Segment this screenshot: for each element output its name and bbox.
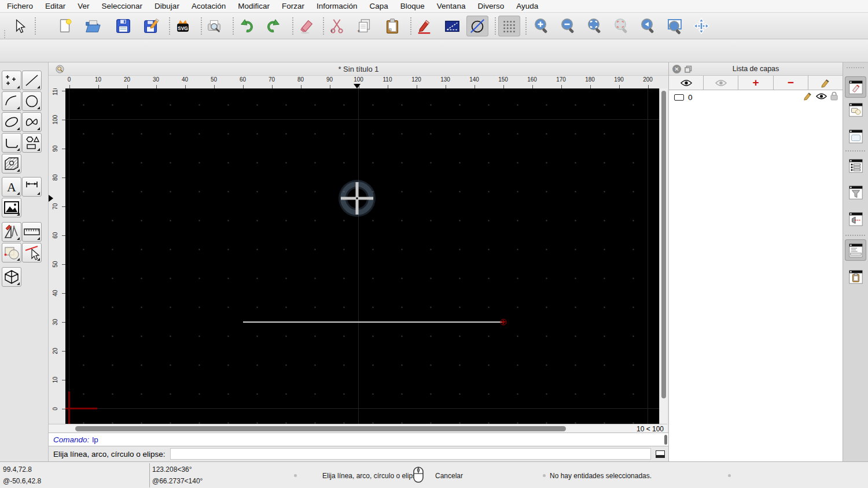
dock-selection-filter-button[interactable] (845, 182, 866, 203)
3d-tool-button[interactable] (2, 267, 21, 287)
toolbar-separator (201, 17, 202, 35)
save-as-button[interactable] (140, 16, 162, 36)
menu-item-bloque[interactable]: Bloque (400, 2, 425, 10)
grid-toggle-button[interactable] (498, 16, 520, 36)
paste-button[interactable] (381, 16, 403, 36)
layer-row[interactable]: 0 (669, 90, 843, 104)
dock-layer-list-button[interactable] (845, 76, 866, 98)
toolbar-separator (35, 17, 36, 35)
pan-button[interactable] (690, 16, 712, 36)
save-button[interactable] (112, 16, 134, 36)
h-ruler-label: 0 (68, 76, 71, 83)
add-layer-button[interactable]: + (738, 76, 773, 90)
zoom-out-button[interactable] (557, 16, 579, 36)
layer-edit-pencil-icon[interactable] (803, 91, 812, 101)
misc-draw-tool-button[interactable] (2, 222, 21, 242)
zoom-in-button[interactable] (531, 16, 553, 36)
select-window-button[interactable] (441, 16, 463, 36)
command-dock-icon[interactable] (656, 450, 665, 458)
line-tool-button[interactable] (22, 71, 42, 90)
v-ruler-label: 0 (52, 404, 58, 414)
drawing-title: * Sin título 1 (338, 65, 378, 73)
zoom-window-button[interactable] (664, 16, 686, 36)
print-preview-button[interactable] (203, 16, 225, 36)
edit-entity-button[interactable] (413, 16, 435, 36)
dimension-tool-button[interactable] (22, 177, 42, 197)
polyline-tool-button[interactable] (2, 133, 21, 153)
delete-button[interactable] (295, 16, 317, 36)
arc-tool-button[interactable] (2, 91, 21, 111)
zoom-auto-button[interactable] (584, 16, 606, 36)
show-all-layers-button[interactable] (669, 76, 704, 90)
h-ruler-label: 200 (643, 76, 653, 83)
dock-library-browser-button[interactable] (845, 125, 866, 147)
open-file-button[interactable] (82, 16, 104, 36)
v-ruler-label: 80 (52, 172, 58, 183)
dock-command-widget-button[interactable] (845, 239, 866, 261)
dock-drag-handle[interactable] (847, 67, 864, 68)
dock-library-browser-icon (848, 128, 864, 145)
vertical-scrollbar[interactable] (659, 88, 667, 424)
menu-item-ventana[interactable]: Ventana (437, 2, 466, 10)
menu-item-ayuda[interactable]: Ayuda (516, 2, 538, 10)
menu-item-diverso[interactable]: Diverso (477, 2, 504, 10)
dock-quick-info-button[interactable] (845, 208, 866, 230)
horizontal-scrollbar-thumb[interactable] (75, 426, 566, 431)
text-tool-button[interactable]: A (2, 177, 21, 197)
menu-item-fichero[interactable]: Fichero (7, 2, 33, 10)
new-document-button[interactable] (54, 16, 76, 36)
dock-entity-list-button[interactable] (845, 155, 866, 176)
spline-tool-button[interactable] (22, 112, 42, 132)
draft-mode-button[interactable] (466, 16, 488, 36)
menu-item-seleccionar[interactable]: Seleccionar (102, 2, 143, 10)
undo-button[interactable] (236, 16, 258, 36)
points-tool-icon (4, 73, 19, 88)
layer-color-swatch[interactable] (674, 94, 684, 101)
menu-item-ver[interactable]: Ver (78, 2, 89, 10)
menu-item-capa[interactable]: Capa (370, 2, 388, 10)
origin-cross-vertical (68, 391, 70, 424)
pointer-button[interactable] (8, 16, 30, 36)
close-panel-icon[interactable]: ✕ (672, 65, 681, 73)
menu-item-forzar[interactable]: Forzar (282, 2, 304, 10)
zoom-previous-button[interactable] (637, 16, 659, 36)
menu-item-información[interactable]: Información (317, 2, 358, 10)
dock-block-list-button[interactable] (845, 99, 866, 120)
measure-tool-button[interactable] (22, 222, 42, 242)
menu-item-dibujar[interactable]: Dibujar (155, 2, 179, 10)
select-tool-button[interactable] (22, 243, 42, 263)
points-tool-button[interactable] (2, 71, 21, 90)
h-ruler-label: 90 (326, 76, 333, 83)
menu-item-editar[interactable]: Editar (45, 2, 65, 10)
command-input[interactable] (170, 448, 651, 460)
menu-item-acotación[interactable]: Acotación (192, 2, 226, 10)
cut-button[interactable]: + (326, 16, 348, 36)
circle-tool-button[interactable] (22, 91, 42, 111)
float-panel-icon[interactable] (684, 65, 693, 73)
misc-draw-tool-icon (3, 224, 20, 240)
dock-command-widget-icon (848, 242, 864, 258)
remove-layer-button[interactable]: − (774, 76, 808, 90)
layer-visibility-eye-icon[interactable] (816, 93, 827, 100)
menu-item-modificar[interactable]: Modificar (238, 2, 270, 10)
zoom-selected-button[interactable] (610, 16, 632, 36)
drawn-line-entity[interactable] (243, 321, 503, 323)
history-scrollbar-thumb[interactable] (664, 435, 667, 445)
horizontal-scrollbar[interactable]: 10 < 100 (49, 424, 667, 432)
hatch-tool-button[interactable] (2, 154, 21, 173)
hide-all-layers-button[interactable] (704, 76, 738, 90)
copy-button[interactable]: + (354, 16, 376, 36)
drawing-canvas[interactable] (65, 88, 659, 424)
image-tool-button[interactable] (2, 198, 21, 217)
modify-tool-button[interactable] (2, 243, 21, 263)
edit-layer-button[interactable] (808, 76, 843, 90)
layer-lock-icon[interactable] (830, 91, 838, 101)
ellipse-tool-button[interactable] (2, 112, 21, 132)
vertical-scrollbar-thumb[interactable] (661, 91, 666, 398)
redo-button[interactable] (263, 16, 285, 36)
polygon-tool-button[interactable] (22, 133, 42, 153)
svg-export-icon: SVG (174, 17, 192, 35)
export-svg-button[interactable]: SVG (172, 16, 194, 36)
drawing-titlebar[interactable]: * Sin título 1 (49, 62, 668, 76)
dock-clipboard-button[interactable] (845, 266, 866, 287)
